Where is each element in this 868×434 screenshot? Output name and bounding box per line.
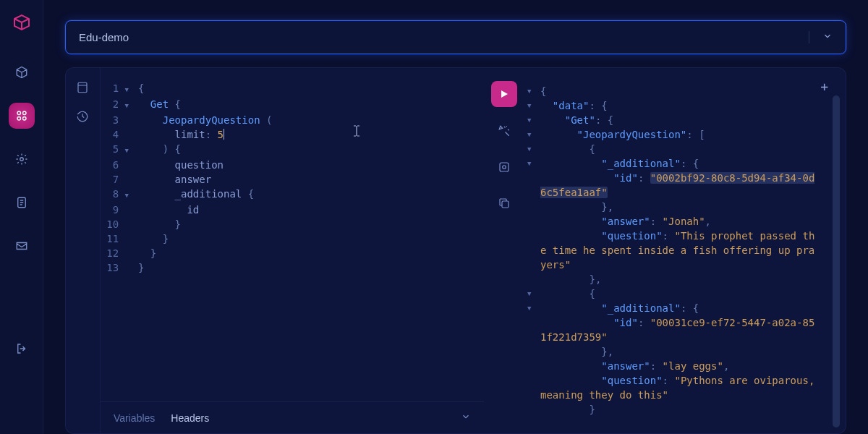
code-line[interactable]: 5 ▼ ) { — [101, 142, 484, 158]
tab-variables[interactable]: Variables — [114, 412, 155, 424]
svg-point-2 — [17, 117, 21, 121]
code-line[interactable]: 1 ▼{ — [101, 81, 484, 97]
editor-tabs: Variables Headers — [101, 401, 484, 433]
code-line[interactable]: 11 } — [101, 231, 484, 246]
code-line[interactable]: 2 ▼ Get { — [101, 97, 484, 113]
svg-point-0 — [17, 111, 21, 115]
code-line[interactable]: 8 ▼ _additional { — [101, 187, 484, 203]
code-line[interactable]: 7 answer — [101, 172, 484, 187]
run-button[interactable] — [491, 81, 517, 107]
nav-apps-icon[interactable] — [9, 103, 35, 129]
chevron-down-icon[interactable] — [461, 412, 471, 424]
nav-settings-icon[interactable] — [9, 146, 35, 172]
copy-icon[interactable] — [492, 191, 516, 216]
card-rail — [66, 68, 101, 433]
svg-rect-9 — [502, 201, 509, 208]
query-editor-panel: 1 ▼{2 ▼ Get {3 JeopardyQuestion (4 limit… — [101, 68, 484, 433]
svg-point-3 — [22, 117, 26, 121]
results-panel: + ▼{▼ "data": {▼ "Get": {▼ "JeopardyQues… — [524, 68, 846, 433]
logo-icon — [12, 13, 31, 32]
prettify-icon[interactable] — [492, 119, 516, 143]
instance-name: Edu-demo — [79, 31, 129, 43]
svg-rect-7 — [500, 163, 509, 171]
svg-point-1 — [22, 111, 26, 115]
explorer-icon[interactable] — [76, 81, 90, 95]
scrollbar[interactable] — [833, 95, 840, 427]
code-line[interactable]: 4 limit: 5 — [101, 127, 484, 142]
code-line[interactable]: 6 question — [101, 158, 484, 172]
tab-headers[interactable]: Headers — [171, 412, 209, 424]
results-json[interactable]: ▼{▼ "data": {▼ "Get": {▼ "JeopardyQuesti… — [527, 84, 838, 417]
nav-inbox-icon[interactable] — [9, 233, 35, 259]
merge-icon[interactable] — [492, 155, 516, 179]
code-line[interactable]: 3 JeopardyQuestion ( — [101, 113, 484, 127]
svg-point-8 — [503, 166, 506, 169]
app-sidebar — [0, 0, 43, 434]
svg-rect-6 — [78, 82, 87, 93]
svg-point-4 — [20, 158, 23, 161]
instance-selector[interactable]: Edu-demo — [65, 20, 846, 54]
action-rail — [484, 68, 524, 433]
code-line[interactable]: 10 } — [101, 217, 484, 231]
nav-cube-icon[interactable] — [9, 59, 35, 85]
add-tab-icon[interactable]: + — [820, 80, 828, 94]
chevron-down-icon — [809, 31, 833, 43]
query-editor[interactable]: 1 ▼{2 ▼ Get {3 JeopardyQuestion (4 limit… — [101, 68, 484, 401]
code-line[interactable]: 13 } — [101, 260, 484, 275]
history-icon[interactable] — [76, 110, 90, 124]
nav-logout-icon[interactable] — [9, 336, 35, 362]
query-card: 1 ▼{2 ▼ Get {3 JeopardyQuestion (4 limit… — [65, 67, 846, 434]
code-line[interactable]: 9 id — [101, 203, 484, 217]
main-area: Edu-demo 1 ▼{2 ▼ Get {3 JeopardyQuestion… — [43, 0, 868, 434]
nav-document-icon[interactable] — [9, 190, 35, 216]
code-line[interactable]: 12 } — [101, 246, 484, 260]
